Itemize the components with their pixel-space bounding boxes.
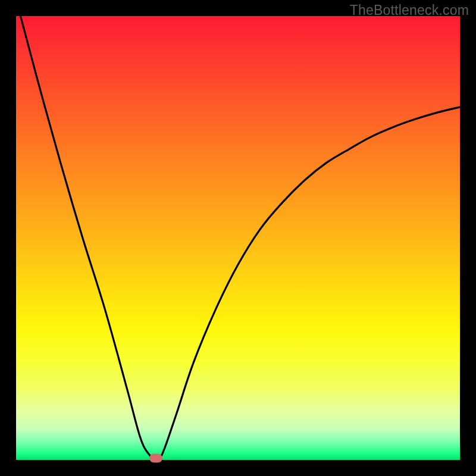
bottleneck-curve <box>16 16 460 460</box>
chart-frame: TheBottleneck.com <box>0 0 476 476</box>
minimum-marker <box>149 454 162 463</box>
plot-area <box>16 16 460 460</box>
